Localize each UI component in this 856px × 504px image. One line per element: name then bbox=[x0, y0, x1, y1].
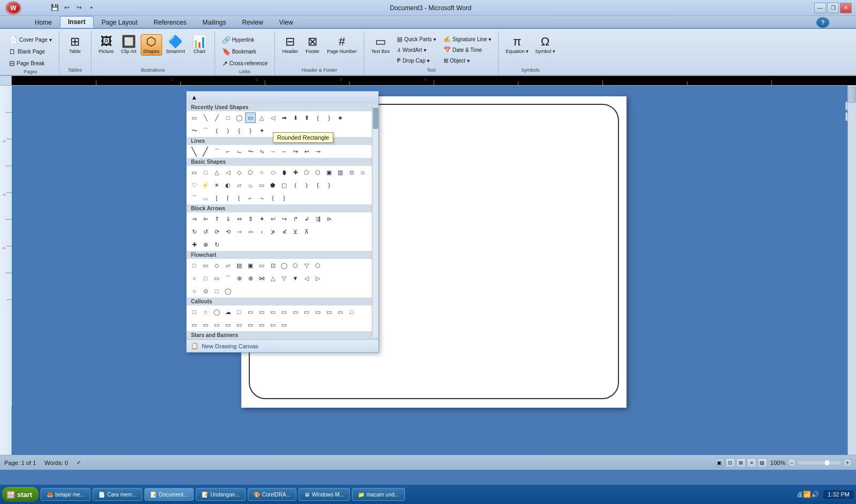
shapes-scroll-thumb[interactable] bbox=[373, 108, 378, 129]
textbox-btn[interactable]: ▭ Text Box bbox=[369, 34, 393, 66]
ba-ud[interactable]: ⇕ bbox=[245, 213, 256, 224]
ba-elbow[interactable]: ↱ bbox=[290, 213, 301, 224]
picture-btn[interactable]: 🖼 Picture bbox=[96, 34, 117, 56]
shape-curly-l[interactable]: { bbox=[234, 125, 244, 136]
line-scribble[interactable]: ∿ bbox=[256, 146, 267, 157]
taskbar-app-belajar[interactable]: 🦊 belajar me... bbox=[41, 488, 90, 501]
fc-store[interactable]: ◁ bbox=[301, 273, 312, 284]
ba-left[interactable]: ⇐ bbox=[200, 213, 211, 224]
tab-mailings[interactable]: Mailings bbox=[194, 16, 234, 28]
co-small[interactable]: □ bbox=[346, 307, 357, 317]
fc-sort[interactable]: △ bbox=[268, 273, 278, 284]
bs-angle-r[interactable]: ¬ bbox=[256, 193, 267, 203]
customize-quick-btn[interactable]: ▾ bbox=[86, 2, 97, 13]
start-button[interactable]: 🪟 start bbox=[2, 487, 39, 502]
ba-down[interactable]: ⇓ bbox=[223, 213, 233, 224]
ba-callout-l[interactable]: ⊀ bbox=[279, 226, 289, 237]
shape-arrow-u[interactable]: ⬆ bbox=[301, 112, 312, 123]
bs-square[interactable]: □ bbox=[200, 167, 211, 178]
shapes-scrollbar[interactable] bbox=[372, 106, 378, 337]
bs-curly-l[interactable]: { bbox=[312, 180, 323, 190]
ba-lr[interactable]: ⇔ bbox=[234, 213, 244, 224]
ba-cross[interactable]: ✚ bbox=[189, 239, 200, 250]
blank-page-btn[interactable]: 🗋 Blank Page bbox=[6, 46, 55, 57]
bs-circle[interactable]: ○ bbox=[256, 167, 267, 178]
taskbar-app-macam[interactable]: 📁 macam und... bbox=[352, 488, 405, 501]
new-drawing-canvas-btn[interactable]: 📋 New Drawing Canvas bbox=[187, 339, 378, 352]
shape-oval[interactable]: ◯ bbox=[234, 112, 244, 123]
tab-pagelayout[interactable]: Page Layout bbox=[94, 16, 146, 28]
bs-frame2[interactable]: ⌊ bbox=[234, 193, 244, 203]
fc-collate[interactable]: ⋈ bbox=[256, 273, 267, 284]
co-oval[interactable]: ◯ bbox=[211, 307, 222, 317]
tab-view[interactable]: View bbox=[271, 16, 301, 28]
ba-callout-r[interactable]: ⊁ bbox=[268, 226, 278, 237]
co-accent4[interactable]: ▭ bbox=[301, 307, 312, 317]
equation-btn[interactable]: π Equation ▾ bbox=[503, 34, 531, 56]
ba-pentagon[interactable]: ⊳ bbox=[324, 213, 334, 224]
ba-uturn[interactable]: ↩ bbox=[268, 213, 278, 224]
ba-cross2[interactable]: ⊕ bbox=[200, 239, 211, 250]
shape-star2[interactable]: ✦ bbox=[256, 125, 267, 136]
co-bent[interactable]: ▭ bbox=[245, 307, 256, 317]
ba-right[interactable]: ⇒ bbox=[189, 213, 200, 224]
co-bent2[interactable]: ▭ bbox=[256, 307, 267, 317]
shape-brace-r[interactable]: } bbox=[324, 112, 334, 123]
fc-document[interactable]: ▭ bbox=[256, 260, 267, 271]
fc-internal[interactable]: ▣ bbox=[245, 260, 256, 271]
table-btn[interactable]: ⊞ Table bbox=[64, 34, 86, 56]
bs-brace2[interactable]: { bbox=[268, 193, 278, 203]
ba-curve-l[interactable]: ↺ bbox=[200, 226, 211, 237]
wordart-btn[interactable]: 𝐴 WordArt ▾ bbox=[394, 45, 438, 55]
ba-quad[interactable]: ✦ bbox=[256, 213, 267, 224]
taskbar-app-coreldraw[interactable]: 🎨 CorelDRA... bbox=[248, 488, 296, 501]
line-arrow[interactable]: → bbox=[268, 146, 278, 157]
ba-block4[interactable]: ⊻ bbox=[290, 226, 301, 237]
hyperlink-btn[interactable]: 🔗 Hyperlink bbox=[219, 34, 271, 45]
fc-connector[interactable]: ○ bbox=[189, 273, 200, 284]
fc-predef[interactable]: ▤ bbox=[234, 260, 244, 271]
fc-seq-data[interactable]: ○ bbox=[189, 286, 200, 296]
bs-smile[interactable]: ☺ bbox=[357, 167, 368, 178]
bs-capsule[interactable]: ⬮ bbox=[279, 167, 289, 178]
shape-cb-l[interactable]: ( bbox=[211, 125, 222, 136]
bs-diamond[interactable]: ◇ bbox=[234, 167, 244, 178]
shape-arc[interactable]: ⌒ bbox=[200, 125, 211, 136]
line-elbow1[interactable]: ⌐ bbox=[223, 146, 233, 157]
shape-rect[interactable]: □ bbox=[223, 112, 233, 123]
line-straight[interactable]: ╲ bbox=[189, 146, 200, 157]
bs-rtri[interactable]: ◁ bbox=[223, 167, 233, 178]
bs-moon[interactable]: ◐ bbox=[223, 180, 233, 190]
signatureline-btn[interactable]: ✍ Signature Line ▾ bbox=[441, 34, 494, 44]
save-quick-btn[interactable]: 💾 bbox=[49, 2, 60, 13]
redo-quick-btn[interactable]: ↪ bbox=[74, 2, 85, 13]
fc-display[interactable]: ◯ bbox=[223, 286, 233, 296]
fc-mag-disk[interactable]: ⊙ bbox=[200, 286, 211, 296]
zoom-out-btn[interactable]: − bbox=[788, 459, 796, 467]
bs-oct[interactable]: ⬠ bbox=[301, 167, 312, 178]
ba-stripes[interactable]: ⇶ bbox=[312, 213, 323, 224]
zoom-in-btn[interactable]: + bbox=[843, 459, 852, 467]
close-button[interactable]: ✕ bbox=[840, 3, 852, 13]
fc-offconn[interactable]: □ bbox=[200, 273, 211, 284]
shape-arrow-d[interactable]: ⬇ bbox=[290, 112, 301, 123]
quickparts-btn[interactable]: ▤ Quick Parts ▾ bbox=[394, 34, 438, 44]
bs-bracket2[interactable]: ⌈ bbox=[223, 193, 233, 203]
bs-angle-l[interactable]: ⌐ bbox=[245, 193, 256, 203]
chart-btn[interactable]: 📊 Chart bbox=[189, 34, 210, 56]
shape-rtri[interactable]: ◁ bbox=[268, 112, 278, 123]
header-btn[interactable]: ⊟ Header bbox=[279, 34, 301, 56]
taskbar-app-cara[interactable]: 📄 Cara mem... bbox=[93, 488, 142, 501]
fc-direct[interactable]: □ bbox=[211, 286, 222, 296]
fc-extract[interactable]: ▽ bbox=[279, 273, 289, 284]
ba-elbow2[interactable]: ↲ bbox=[301, 213, 312, 224]
maximize-button[interactable]: ❐ bbox=[827, 3, 839, 13]
vertical-scrollbar[interactable] bbox=[847, 86, 856, 455]
smartart-btn[interactable]: 🔷 SmartArt bbox=[163, 34, 188, 56]
bs-parallelogram[interactable]: ▱ bbox=[234, 180, 244, 190]
line-connector[interactable]: ⊸ bbox=[312, 146, 323, 157]
co-line[interactable]: □ bbox=[234, 307, 244, 317]
fc-delay[interactable]: ▷ bbox=[312, 273, 323, 284]
co-b7[interactable]: ▭ bbox=[256, 319, 267, 330]
taskbar-app-windows[interactable]: 🖥 Windows M... bbox=[299, 488, 350, 501]
